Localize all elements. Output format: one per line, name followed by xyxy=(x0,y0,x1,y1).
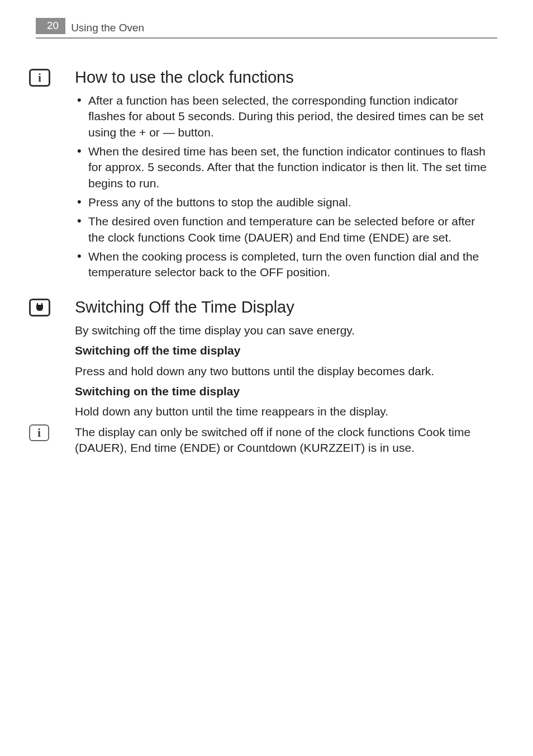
page-header: 20 Using the Oven xyxy=(36,18,497,39)
bullet-list: After a function has been selected, the … xyxy=(75,93,493,281)
note-text: The display can only be switched off if … xyxy=(75,424,493,456)
section-heading: Switching Off the Time Display xyxy=(75,296,493,318)
list-item: Press any of the buttons to stop the aud… xyxy=(75,195,493,210)
info-icon: i xyxy=(29,424,49,441)
subheading: Switching off the time display xyxy=(75,343,493,358)
list-item: When the desired time has been set, the … xyxy=(75,144,493,191)
subheading: Switching on the time display xyxy=(75,384,493,399)
section-switch-off-display: Switching Off the Time Display By switch… xyxy=(75,296,493,456)
section-heading: How to use the clock functions xyxy=(75,67,493,88)
body-text: Hold down any button until the time reap… xyxy=(75,404,493,419)
plug-icon xyxy=(29,299,50,316)
header-title: Using the Oven xyxy=(71,22,144,34)
body-text: Press and hold down any two buttons unti… xyxy=(75,363,493,379)
list-item: After a function has been selected, the … xyxy=(75,93,493,140)
section-intro: By switching off the time display you ca… xyxy=(75,323,493,338)
list-item: When the cooking process is completed, t… xyxy=(75,249,493,281)
section-clock-functions: i How to use the clock functions After a… xyxy=(75,67,493,281)
list-item: The desired oven function and temperatur… xyxy=(75,214,493,245)
info-icon: i xyxy=(29,69,50,87)
note-block: i The display can only be switched off i… xyxy=(75,424,493,456)
page: 20 Using the Oven i How to use the clock… xyxy=(0,0,533,756)
page-number: 20 xyxy=(36,18,65,34)
